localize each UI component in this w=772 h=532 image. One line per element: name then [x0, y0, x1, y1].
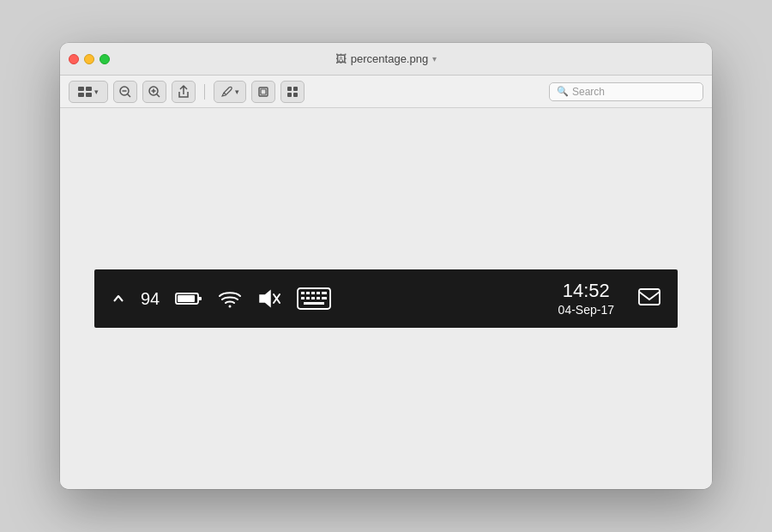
show-hidden-icons: [112, 292, 125, 305]
traffic-lights: [69, 54, 110, 64]
svg-rect-36: [304, 302, 324, 305]
svg-line-8: [157, 94, 160, 97]
zoom-out-icon: [119, 86, 131, 98]
svg-rect-35: [322, 297, 327, 299]
keyboard-icon: [297, 287, 331, 310]
tools-icon: [286, 86, 299, 98]
crop-icon: [257, 86, 269, 98]
zoom-in-button[interactable]: [142, 81, 166, 103]
taskbar-time: 14:52: [563, 280, 610, 302]
title-bar: 🖼 percentage.png ▾: [60, 43, 712, 76]
close-button[interactable]: [69, 54, 79, 64]
svg-marker-22: [260, 291, 270, 306]
svg-rect-16: [287, 93, 292, 97]
wifi-icon: [218, 289, 242, 308]
content-area: 94: [60, 108, 712, 489]
pen-chevron: ▾: [235, 88, 239, 96]
title-chevron[interactable]: ▾: [432, 54, 437, 63]
volume-icon: [257, 289, 281, 308]
svg-rect-14: [287, 87, 292, 91]
battery-icon: [175, 291, 202, 306]
svg-rect-15: [293, 87, 298, 91]
minimize-button[interactable]: [84, 54, 94, 64]
zoom-out-button[interactable]: [113, 81, 137, 103]
taskbar-date: 04-Sep-17: [558, 303, 614, 317]
svg-line-5: [128, 94, 131, 97]
svg-rect-3: [86, 93, 92, 97]
view-toggle-button[interactable]: ▾: [69, 81, 108, 103]
windows-taskbar: 94: [94, 269, 678, 328]
svg-rect-31: [301, 297, 305, 299]
svg-rect-19: [178, 295, 195, 302]
svg-point-21: [229, 305, 232, 308]
pen-tool-button[interactable]: ▾: [214, 81, 246, 103]
taskbar-left: 94: [112, 287, 558, 310]
chevron-up-icon: [112, 292, 125, 305]
svg-rect-32: [306, 297, 310, 299]
taskbar-datetime: 14:52 04-Sep-17: [558, 280, 614, 317]
tools-button[interactable]: [280, 81, 305, 103]
svg-rect-2: [78, 93, 84, 97]
share-button[interactable]: [172, 81, 196, 103]
svg-rect-13: [261, 89, 266, 94]
crop-button[interactable]: [251, 81, 275, 103]
notification-icon: [638, 288, 660, 309]
svg-rect-0: [78, 87, 84, 91]
svg-rect-37: [639, 289, 660, 305]
view-chevron: ▾: [94, 88, 99, 96]
svg-rect-34: [317, 297, 320, 299]
maximize-button[interactable]: [100, 54, 110, 64]
svg-line-11: [224, 93, 226, 94]
svg-rect-20: [198, 297, 202, 300]
share-icon: [178, 85, 190, 99]
taskbar-container: 94: [94, 269, 678, 328]
pen-icon: [221, 86, 232, 97]
file-icon: 🖼: [335, 52, 347, 65]
svg-rect-33: [311, 297, 315, 299]
battery-percentage: 94: [141, 289, 160, 309]
search-placeholder: Search: [572, 86, 605, 98]
toolbar-separator-1: [204, 84, 205, 100]
toolbar: ▾: [60, 76, 712, 108]
window-title-area: 🖼 percentage.png ▾: [335, 52, 437, 65]
search-icon: 🔍: [557, 86, 569, 97]
window-title: percentage.png: [351, 52, 428, 65]
view-icon: [78, 87, 92, 97]
preview-window: 🖼 percentage.png ▾ ▾: [60, 43, 712, 489]
svg-rect-30: [322, 292, 327, 294]
svg-rect-17: [293, 93, 298, 97]
zoom-in-icon: [148, 86, 160, 98]
svg-rect-29: [317, 292, 320, 294]
svg-rect-27: [306, 292, 310, 294]
svg-rect-26: [301, 292, 305, 294]
svg-rect-28: [311, 292, 315, 294]
search-box[interactable]: 🔍 Search: [549, 82, 703, 101]
svg-rect-1: [86, 87, 92, 91]
